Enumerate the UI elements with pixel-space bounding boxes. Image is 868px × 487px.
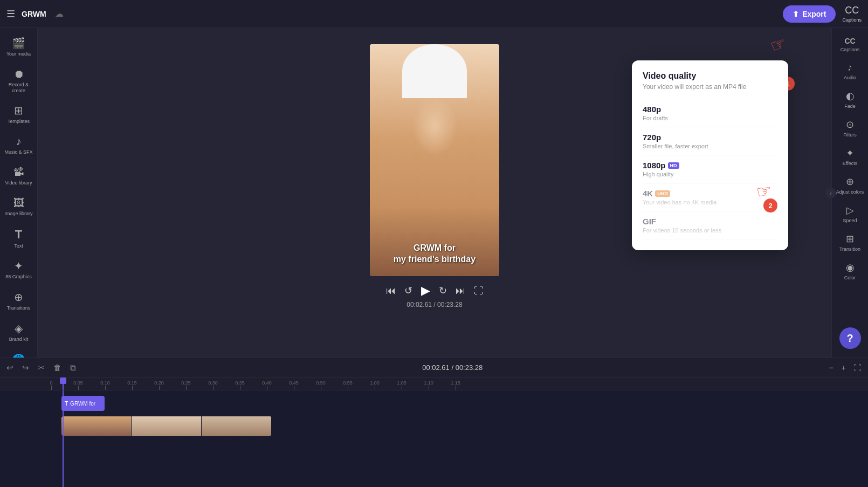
timeline-area: ↩ ↪ ✂ 🗑 ⧉ 00:02.61 / 00:23.28 − + ⛶ 0 0:… — [0, 358, 868, 487]
right-item-fade[interactable]: ◐ Fade — [833, 86, 867, 113]
text-track-label: GRWM for — [70, 401, 95, 407]
sidebar-item-label: 88 Graphics — [5, 274, 32, 280]
right-item-label: Transition — [839, 246, 860, 252]
video-track-clip[interactable] — [61, 416, 272, 436]
right-item-speed[interactable]: ▷ Speed — [833, 200, 867, 228]
timeline-ruler: 0 0:05 0:10 0:15 0:20 0:25 0:30 0:35 0:4… — [0, 378, 868, 390]
video-overlay-text: GRWM for my friend's birthday — [394, 243, 476, 265]
cloud-save-icon: ☁ — [55, 9, 64, 19]
quality-name: GIF — [643, 217, 777, 226]
filters-icon: ⊙ — [846, 119, 854, 131]
fit-timeline-button[interactable]: ⛶ — [851, 361, 864, 374]
quality-name: 480p — [643, 105, 777, 114]
timeline-playhead-track[interactable] — [63, 390, 64, 487]
audio-icon: ♪ — [848, 62, 852, 73]
left-sidebar: 🎬 Your media ⏺ Record & create ⊞ Templat… — [0, 28, 38, 358]
right-item-effects[interactable]: ✦ Effects — [833, 143, 867, 170]
sidebar-item-your-media[interactable]: 🎬 Your media — [2, 32, 36, 61]
help-button[interactable]: ? — [839, 327, 861, 349]
project-title[interactable]: GRWM — [22, 10, 46, 18]
captions-button[interactable]: CC Captions — [842, 5, 862, 23]
sidebar-item-music-sfx[interactable]: ♪ Music & SFX — [2, 131, 36, 160]
sidebar-item-transitions[interactable]: ⊕ Transitions — [2, 286, 36, 315]
current-time: 00:02.61 — [422, 363, 450, 372]
video-track-content — [41, 414, 864, 438]
play-button[interactable]: ▶ — [421, 284, 430, 298]
sidebar-item-brand-kit[interactable]: ◈ Brand kit — [2, 318, 36, 347]
sidebar-item-templates[interactable]: ⊞ Templates — [2, 100, 36, 129]
main-area: 🎬 Your media ⏺ Record & create ⊞ Templat… — [0, 28, 868, 358]
redo-button[interactable]: ↪ — [20, 361, 31, 375]
playhead[interactable] — [63, 378, 64, 390]
delete-button[interactable]: 🗑 — [51, 361, 64, 374]
right-item-label: Effects — [843, 161, 857, 166]
video-preview: GRWM for my friend's birthday — [370, 44, 499, 276]
sidebar-item-text[interactable]: T Text — [2, 223, 36, 253]
quality-name: 1080p HD — [643, 161, 777, 170]
quality-option-gif[interactable]: GIF For videos 15 seconds or less — [643, 211, 777, 239]
captions-icon: CC — [845, 5, 859, 16]
record-icon: ⏺ — [13, 68, 24, 80]
skip-forward-button[interactable]: ↻ — [439, 285, 447, 297]
quality-desc: High quality — [643, 171, 777, 177]
cut-button[interactable]: ✂ — [36, 361, 47, 375]
sidebar-item-record-create[interactable]: ⏺ Record & create — [2, 64, 36, 98]
sidebar-item-video-library[interactable]: 📽 Video library — [2, 162, 36, 190]
languages-icon: 🌐 — [12, 353, 25, 358]
right-item-filters[interactable]: ⊙ Filters — [833, 114, 867, 142]
time-display: 00:02.61 / 00:23.28 — [82, 363, 822, 372]
cursor-1: ☞ — [767, 32, 789, 57]
undo-button[interactable]: ↩ — [4, 361, 16, 375]
right-item-label: Color — [844, 275, 856, 280]
fullscreen-button[interactable]: ⛶ — [474, 285, 484, 297]
right-item-audio[interactable]: ♪ Audio — [833, 58, 867, 85]
video-text-line1: GRWM for — [414, 243, 456, 252]
text-track-clip[interactable]: T GRWM for — [61, 396, 105, 411]
sidebar-item-graphics[interactable]: ✦ 88 Graphics — [2, 255, 36, 284]
quality-desc: For drafts — [643, 115, 777, 121]
ruler-marks: 0 0:05 0:10 0:15 0:20 0:25 0:30 0:35 0:4… — [38, 378, 469, 390]
sidebar-item-image-library[interactable]: 🖼 Image library — [2, 193, 36, 221]
ruler-mark: 0:35 — [226, 380, 253, 390]
topbar: ☰ GRWM ☁ ⬆ Export CC Captions — [0, 0, 868, 28]
video-thumbnail-1 — [61, 416, 132, 436]
sidebar-item-label: Record & create — [4, 82, 33, 94]
right-item-transition[interactable]: ⊞ Transition — [833, 229, 867, 256]
quality-option-720p[interactable]: 720p Smaller file, faster export — [643, 127, 777, 155]
quality-desc: For videos 15 seconds or less — [643, 227, 777, 234]
replay-button[interactable]: ↺ — [404, 285, 412, 297]
hd-badge: HD — [668, 162, 679, 169]
ruler-mark: 0:25 — [173, 380, 199, 390]
zoom-in-button[interactable]: + — [839, 361, 848, 374]
step-badge-2: 2 — [763, 198, 777, 212]
export-label: Export — [802, 10, 826, 18]
export-button[interactable]: ⬆ Export — [783, 5, 836, 23]
brand-kit-icon: ◈ — [15, 322, 23, 335]
ruler-mark: 0:50 — [307, 380, 334, 390]
uhd-badge: UHD — [655, 190, 670, 197]
skip-to-start-button[interactable]: ⏮ — [386, 285, 396, 297]
sidebar-item-languages[interactable]: 🌐 Languages — [2, 349, 36, 358]
text-track-icon: T — [65, 401, 68, 407]
right-item-captions[interactable]: CC Captions — [833, 32, 867, 57]
current-time: 00:02.61 — [407, 301, 432, 308]
menu-icon[interactable]: ☰ — [6, 8, 15, 20]
export-icon: ⬆ — [793, 10, 799, 18]
video-towel — [402, 44, 467, 98]
quality-option-1080p[interactable]: 1080p HD High quality — [643, 155, 777, 183]
right-item-adjust-colors[interactable]: ⊕ Adjust colors — [833, 172, 867, 199]
duplicate-button[interactable]: ⧉ — [68, 361, 78, 375]
captions-label: Captions — [842, 17, 862, 23]
quality-option-480p[interactable]: 480p For drafts — [643, 99, 777, 127]
total-time: 00:23.28 — [437, 301, 463, 308]
your-media-icon: 🎬 — [12, 37, 25, 50]
right-item-label: Fade — [844, 104, 856, 109]
right-item-color[interactable]: ◉ Color — [833, 257, 867, 285]
canvas-area: GRWM for my friend's birthday ⏮ ↺ ▶ ↻ ⏭ … — [38, 28, 831, 358]
image-icon: 🖼 — [13, 197, 24, 209]
sidebar-item-label: Music & SFX — [4, 149, 32, 155]
right-sidebar-collapse[interactable]: ‹ — [825, 188, 836, 198]
next-frame-button[interactable]: ⏭ — [456, 285, 465, 297]
zoom-out-button[interactable]: − — [826, 361, 836, 374]
text-track-content: T GRWM for — [41, 396, 864, 413]
